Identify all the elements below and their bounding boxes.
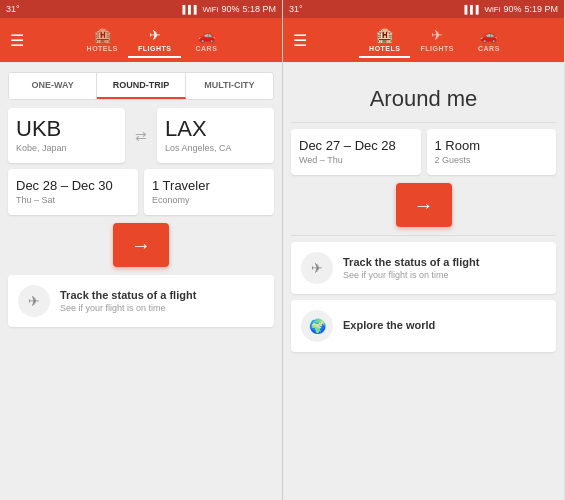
right-tab-cars[interactable]: 🚗 CARS: [464, 23, 514, 58]
travelers-card[interactable]: 1 Traveler Economy: [144, 169, 274, 215]
left-tab-flights[interactable]: ✈ FLIGHTS: [128, 23, 181, 58]
trip-type-selector: ONE-WAY ROUND-TRIP MULTI-CITY: [8, 72, 274, 100]
left-tab-hotels[interactable]: 🏨 HOTELS: [77, 23, 128, 58]
right-track-flight-icon: ✈: [311, 260, 323, 276]
right-cars-label: CARS: [478, 45, 500, 52]
right-explore-icon: 🌍: [309, 318, 326, 334]
right-signal-icon: ▌▌▌: [464, 5, 481, 14]
left-time: 5:18 PM: [242, 4, 276, 14]
right-hotels-icon: 🏨: [376, 27, 393, 43]
traveler-class: Economy: [152, 195, 266, 205]
right-track-text: Track the status of a flight See if your…: [343, 256, 479, 280]
origin-dest-row: UKB Kobe, Japan ⇄ LAX Los Angeles, CA: [8, 108, 274, 163]
origin-card[interactable]: UKB Kobe, Japan: [8, 108, 125, 163]
right-hotels-label: HOTELS: [369, 45, 400, 52]
right-top-nav: ☰ 🏨 HOTELS ✈ FLIGHTS 🚗 CARS: [283, 18, 564, 62]
dest-city: Los Angeles, CA: [165, 143, 266, 153]
traveler-count: 1 Traveler: [152, 179, 266, 192]
date-range: Dec 28 – Dec 30: [16, 179, 130, 192]
swap-icon[interactable]: ⇄: [131, 128, 151, 144]
cars-icon: 🚗: [198, 27, 215, 43]
dest-code: LAX: [165, 118, 266, 140]
right-explore[interactable]: 🌍 Explore the world: [291, 300, 556, 352]
left-content: ONE-WAY ROUND-TRIP MULTI-CITY UKB Kobe, …: [0, 62, 282, 500]
right-date-sub: Wed – Thu: [299, 155, 413, 165]
right-battery: 90%: [503, 4, 521, 14]
left-status-right: ▌▌▌ WiFi 90% 5:18 PM: [182, 4, 276, 14]
right-hamburger-icon[interactable]: ☰: [287, 27, 313, 54]
right-search-arrow: →: [414, 194, 434, 217]
right-search-button[interactable]: →: [396, 183, 452, 227]
right-flights-label: FLIGHTS: [420, 45, 453, 52]
left-top-nav: ☰ 🏨 HOTELS ✈ FLIGHTS 🚗 CARS: [0, 18, 282, 62]
right-status-right: ▌▌▌ WiFi 90% 5:19 PM: [464, 4, 558, 14]
one-way-btn[interactable]: ONE-WAY: [9, 73, 97, 99]
left-nav-tabs: 🏨 HOTELS ✈ FLIGHTS 🚗 CARS: [30, 23, 278, 58]
left-tab-cars[interactable]: 🚗 CARS: [181, 23, 231, 58]
right-tab-hotels[interactable]: 🏨 HOTELS: [359, 23, 410, 58]
right-cars-icon: 🚗: [480, 27, 497, 43]
left-panel: 31° ▌▌▌ WiFi 90% 5:18 PM ☰ 🏨 HOTELS ✈ FL…: [0, 0, 282, 500]
left-search-wrap: →: [8, 223, 274, 267]
right-dates-room-row: Dec 27 – Dec 28 Wed – Thu 1 Room 2 Guest…: [291, 129, 556, 175]
dates-travelers-row: Dec 28 – Dec 30 Thu – Sat 1 Traveler Eco…: [8, 169, 274, 215]
date-sub: Thu – Sat: [16, 195, 130, 205]
right-track-subtitle: See if your flight is on time: [343, 270, 479, 280]
right-nav-tabs: 🏨 HOTELS ✈ FLIGHTS 🚗 CARS: [313, 23, 560, 58]
divider-2: [291, 235, 556, 236]
cars-label: CARS: [196, 45, 218, 52]
hotels-icon: 🏨: [94, 27, 111, 43]
multi-city-btn[interactable]: MULTI-CITY: [186, 73, 273, 99]
around-me-title: Around me: [291, 72, 556, 122]
right-temp: 31°: [289, 4, 303, 14]
hamburger-icon[interactable]: ☰: [4, 27, 30, 54]
left-track-flight[interactable]: ✈ Track the status of a flight See if yo…: [8, 275, 274, 327]
flights-label: FLIGHTS: [138, 45, 171, 52]
right-track-title: Track the status of a flight: [343, 256, 479, 268]
left-track-text: Track the status of a flight See if your…: [60, 289, 196, 313]
right-wifi-icon: WiFi: [484, 5, 500, 14]
right-explore-title: Explore the world: [343, 319, 435, 331]
right-dates-card[interactable]: Dec 27 – Dec 28 Wed – Thu: [291, 129, 421, 175]
left-track-title: Track the status of a flight: [60, 289, 196, 301]
right-date-range: Dec 27 – Dec 28: [299, 139, 413, 152]
round-trip-btn[interactable]: ROUND-TRIP: [97, 73, 185, 99]
left-track-subtitle: See if your flight is on time: [60, 303, 196, 313]
right-track-flight[interactable]: ✈ Track the status of a flight See if yo…: [291, 242, 556, 294]
left-search-arrow: →: [131, 234, 151, 257]
destination-card[interactable]: LAX Los Angeles, CA: [157, 108, 274, 163]
right-tab-flights[interactable]: ✈ FLIGHTS: [410, 23, 463, 58]
right-flights-icon: ✈: [431, 27, 443, 43]
left-status-bar: 31° ▌▌▌ WiFi 90% 5:18 PM: [0, 0, 282, 18]
right-track-icon-wrap: ✈: [301, 252, 333, 284]
left-track-flight-icon: ✈: [28, 293, 40, 309]
left-track-icon-wrap: ✈: [18, 285, 50, 317]
wifi-icon: WiFi: [202, 5, 218, 14]
right-explore-icon-wrap: 🌍: [301, 310, 333, 342]
hotels-label: HOTELS: [87, 45, 118, 52]
right-content: Around me Dec 27 – Dec 28 Wed – Thu 1 Ro…: [283, 62, 564, 500]
origin-city: Kobe, Japan: [16, 143, 117, 153]
dates-card[interactable]: Dec 28 – Dec 30 Thu – Sat: [8, 169, 138, 215]
left-search-button[interactable]: →: [113, 223, 169, 267]
signal-icon: ▌▌▌: [182, 5, 199, 14]
flights-icon: ✈: [149, 27, 161, 43]
right-search-wrap: →: [291, 183, 556, 227]
origin-code: UKB: [16, 118, 117, 140]
right-time: 5:19 PM: [524, 4, 558, 14]
left-battery: 90%: [221, 4, 239, 14]
right-room-count: 1 Room: [435, 139, 549, 152]
right-room-guests: 2 Guests: [435, 155, 549, 165]
right-room-card[interactable]: 1 Room 2 Guests: [427, 129, 557, 175]
left-temp: 31°: [6, 4, 20, 14]
right-panel: 31° ▌▌▌ WiFi 90% 5:19 PM ☰ 🏨 HOTELS ✈ FL…: [282, 0, 564, 500]
right-status-bar: 31° ▌▌▌ WiFi 90% 5:19 PM: [283, 0, 564, 18]
divider-1: [291, 122, 556, 123]
right-explore-text: Explore the world: [343, 319, 435, 333]
